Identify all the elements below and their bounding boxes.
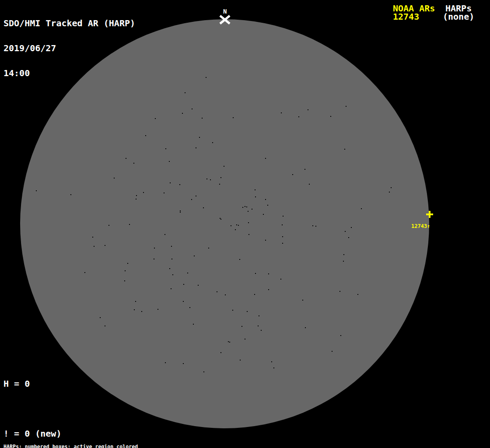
speckle [283,216,284,217]
speckle [332,351,332,352]
speckle [239,259,240,260]
speckle [292,174,293,175]
speckle [240,360,241,360]
noaa-ar-cross-icon [426,211,433,218]
header: SDO/HMI Tracked AR (HARP) 2019/06/27 14:… [4,3,135,94]
speckle [271,361,272,362]
speckle [164,192,164,193]
speckle [164,234,165,235]
speckle [194,256,195,256]
legend-spacer [4,405,104,413]
speckle [391,187,392,188]
speckle [246,206,247,207]
speckle [361,208,362,209]
speckle [351,227,352,228]
speckle [100,317,101,318]
north-pole-label: N [223,8,227,14]
speckle [220,352,221,353]
speckle [94,246,94,247]
speckle [154,259,154,259]
speckle [199,137,200,138]
speckle [233,117,234,118]
speckle [305,327,306,328]
speckle [36,190,37,191]
speckle [189,307,190,308]
speckle [136,195,137,196]
speckle [330,116,331,117]
footer-notes: HARPs: numbered boxes; active region col… [4,434,181,448]
speckle [298,116,299,117]
speckle [210,179,211,180]
speckle [108,225,109,226]
observation-date: 2019/06/27 [4,44,135,52]
speckle [185,92,186,93]
speckle [343,254,344,255]
speckle [203,371,204,372]
speckle [198,285,199,286]
speckle [225,294,226,295]
speckle [259,315,259,316]
speckle [309,184,310,185]
speckle [126,158,126,159]
speckle [183,363,184,364]
speckle [238,225,239,226]
speckle [248,234,249,235]
speckle [242,207,243,208]
speckle [280,279,281,280]
speckle [158,309,158,310]
speckle [105,326,105,326]
speckle [133,163,134,164]
speckle [154,248,155,248]
speckle [304,169,305,170]
speckle [196,147,196,148]
speckle [235,229,236,230]
speckle [125,270,126,271]
speckle [143,192,144,193]
speckle [192,108,192,109]
speckle [124,280,125,281]
speckle [208,248,209,248]
speckle [229,342,230,343]
speckle [206,178,207,179]
speckle [191,199,192,200]
speckle [357,294,358,295]
speckle [202,118,203,119]
footer-harps-note: HARPs: numbered boxes; active region col… [4,444,181,448]
speckle [348,237,349,238]
speckle [254,294,255,295]
speckle [136,199,136,200]
speckle [171,288,172,289]
speckle [344,149,345,150]
speckle [302,300,303,301]
speckle [114,178,115,178]
speckle [255,273,256,274]
speckle [155,118,156,119]
speckle [134,309,135,310]
speckle [203,207,204,208]
speckle [245,339,245,340]
speckle [220,177,221,178]
speckle [245,206,245,207]
speckle [265,199,266,200]
speckle [212,142,213,143]
speckle [282,243,283,244]
speckle [180,212,181,213]
speckle [180,210,181,211]
speckle [268,273,269,274]
speckle [187,273,188,273]
speckle [282,224,283,225]
speckle [183,301,184,302]
speckle [263,214,264,215]
noaa-ar-number: 12743 [393,13,419,21]
north-pole-x-icon [219,15,231,24]
speckle [165,362,166,363]
speckle [169,268,170,269]
speckle [172,274,173,275]
speckle [219,184,220,185]
speckle [389,192,390,192]
speckle [315,226,316,227]
speckle [255,196,256,197]
speckle [312,225,313,226]
speckle [206,77,206,78]
speckle [92,237,93,238]
